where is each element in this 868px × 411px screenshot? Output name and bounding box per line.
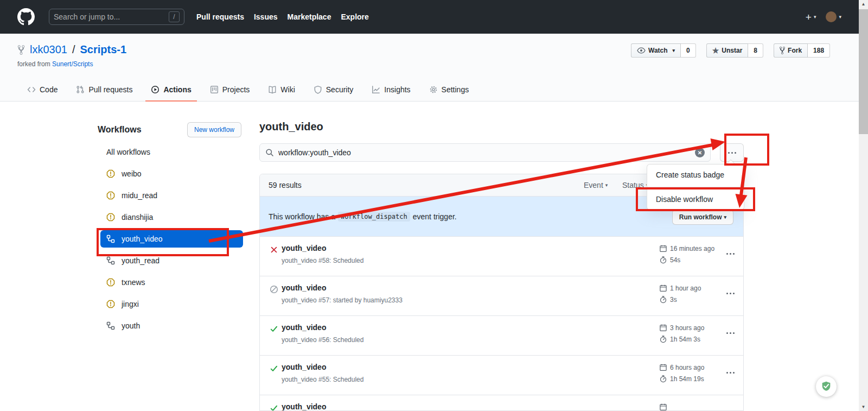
caret-down-icon: ▾ — [839, 15, 841, 20]
watch-button[interactable]: Watch ▾ — [631, 43, 681, 58]
clear-filter-icon[interactable]: ✕ — [695, 148, 705, 157]
kebab-icon — [733, 332, 735, 334]
create-new-button[interactable]: + ▾ — [806, 12, 816, 22]
tab-settings[interactable]: Settings — [424, 79, 475, 102]
nav-issues[interactable]: Issues — [254, 12, 278, 21]
scroll-down-arrow[interactable]: ▼ — [859, 403, 868, 411]
run-title-link[interactable]: youth_video — [282, 363, 326, 371]
menu-item-create-status-badge[interactable]: Create status badge — [647, 166, 744, 184]
sidebar-item-jingxi[interactable]: jingxi — [98, 293, 243, 315]
calendar-icon — [659, 324, 667, 332]
tab-pull-requests[interactable]: Pull requests — [71, 79, 138, 102]
run-options-button[interactable] — [726, 253, 735, 255]
sidebar-item-label: All workflows — [106, 148, 150, 156]
run-title-link[interactable]: youth_video — [282, 283, 326, 292]
status-filter[interactable]: Status ▾ — [622, 181, 648, 189]
run-options-button[interactable] — [726, 372, 735, 374]
kebab-icon — [731, 152, 733, 154]
run-title-link[interactable]: youth_video — [282, 323, 326, 332]
menu-divider — [647, 187, 744, 187]
watch-count[interactable]: 0 — [681, 43, 696, 58]
workflow-options-button[interactable] — [720, 143, 744, 162]
nav-explore[interactable]: Explore — [341, 12, 368, 21]
kebab-icon — [730, 293, 731, 294]
fork-button[interactable]: Fork — [774, 43, 808, 58]
tab-code[interactable]: Code — [22, 79, 63, 102]
run-meta: 16 minutes ago 54s — [659, 243, 714, 265]
tab-wiki[interactable]: Wiki — [263, 79, 300, 102]
tab-label: Pull requests — [88, 85, 132, 94]
kebab-icon — [730, 332, 731, 334]
run-filter-input[interactable] — [278, 148, 691, 157]
sidebar-item-txnews[interactable]: txnews — [98, 271, 243, 293]
banner-code: workflow_dispatch — [338, 212, 410, 222]
github-header: / Pull requests Issues Marketplace Explo… — [0, 0, 859, 34]
run-duration: 3s — [670, 296, 677, 303]
watch-label: Watch — [648, 47, 668, 54]
star-count[interactable]: 8 — [748, 43, 763, 58]
new-workflow-button[interactable]: New workflow — [187, 122, 241, 137]
banner-text: event trigger. — [413, 212, 457, 221]
scrollbar-thumb[interactable] — [859, 9, 868, 134]
run-title-link[interactable]: youth_video — [282, 402, 326, 411]
run-meta: 1 hour ago 3s — [659, 282, 701, 305]
scroll-up-arrow[interactable]: ▲ — [859, 0, 868, 8]
status-filter-label: Status — [622, 181, 644, 189]
sidebar-item-weibo[interactable]: weibo — [98, 163, 243, 185]
caret-down-icon: ▾ — [724, 215, 726, 220]
stopwatch-icon — [659, 256, 667, 264]
fork-count[interactable]: 188 — [808, 43, 830, 58]
run-meta: 6 hours ago 1h 54m 19s — [659, 362, 704, 384]
kebab-icon — [733, 253, 735, 255]
menu-item-disable-workflow[interactable]: Disable workflow — [647, 191, 744, 208]
tab-security[interactable]: Security — [308, 79, 359, 102]
caret-down-icon: ▾ — [673, 48, 675, 53]
nav-pull-requests[interactable]: Pull requests — [196, 12, 244, 21]
repo-name-link[interactable]: Scripts-1 — [80, 43, 127, 56]
sidebar-item-midu-read[interactable]: midu_read — [98, 185, 243, 206]
run-meta: 3 hours ago 1h 54m 3s — [659, 322, 704, 345]
forked-from-line: forked from Sunert/Scripts — [17, 60, 93, 68]
user-menu-button[interactable]: ▾ — [816, 11, 841, 22]
repo-owner-link[interactable]: lxk0301 — [30, 43, 67, 56]
run-options-button[interactable] — [726, 293, 735, 294]
kebab-icon — [733, 372, 735, 374]
run-title-link[interactable]: youth_video — [282, 244, 326, 252]
unstar-button[interactable]: ★ Unstar — [706, 43, 749, 58]
run-workflow-button[interactable]: Run workflow ▾ — [672, 210, 733, 225]
tab-projects[interactable]: Projects — [205, 79, 256, 102]
tab-label: Settings — [442, 85, 469, 94]
repo-forked-icon — [780, 46, 785, 55]
calendar-icon — [659, 244, 667, 252]
forked-from-link[interactable]: Sunert/Scripts — [52, 60, 93, 68]
nav-marketplace[interactable]: Marketplace — [288, 12, 331, 21]
run-time: 6 hours ago — [670, 364, 704, 371]
sidebar-item-all-workflows[interactable]: All workflows — [98, 141, 243, 163]
caret-down-icon: ▾ — [605, 183, 608, 188]
run-meta — [659, 401, 670, 411]
page-scrollbar[interactable]: ▲ ▼ — [859, 0, 868, 411]
sidebar-item-youth-read[interactable]: youth_read — [98, 250, 243, 271]
adguard-assistant-button[interactable] — [816, 376, 837, 397]
page-title: youth_video — [259, 121, 323, 133]
circle-slash-icon — [270, 285, 278, 294]
event-filter[interactable]: Event ▾ — [584, 181, 608, 189]
workflow-icon — [106, 235, 115, 243]
graph-icon — [372, 85, 380, 94]
run-subtitle: youth_video #58: Scheduled — [282, 257, 363, 264]
sidebar-item-youth[interactable]: youth — [98, 315, 243, 337]
warning-icon — [106, 191, 115, 200]
run-options-button[interactable] — [726, 332, 735, 334]
kebab-icon — [735, 152, 736, 154]
sidebar-item-dianshijia[interactable]: dianshijia — [98, 206, 243, 228]
tab-actions[interactable]: Actions — [145, 79, 196, 102]
sidebar-item-youth-video[interactable]: youth_video — [100, 230, 243, 248]
warning-icon — [106, 278, 115, 287]
tab-insights[interactable]: Insights — [366, 79, 416, 102]
calendar-icon — [659, 363, 667, 371]
tab-label: Security — [326, 85, 354, 94]
stopwatch-icon — [659, 335, 667, 343]
github-logo-icon[interactable] — [17, 8, 35, 26]
global-search-input[interactable] — [54, 12, 169, 21]
workflows-heading: Workflows — [98, 125, 142, 135]
